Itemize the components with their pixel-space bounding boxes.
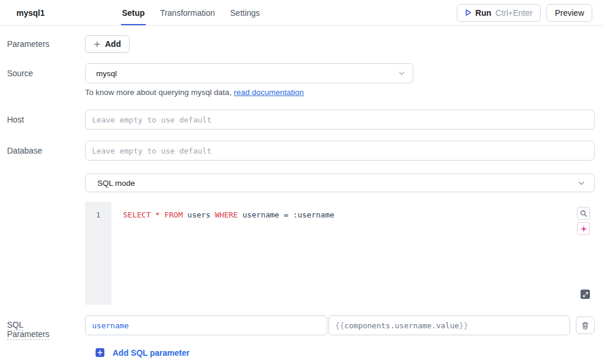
code-token: WHERE [215,210,238,219]
host-row: Host [7,110,595,130]
expand-editor-button[interactable] [581,290,590,299]
tab-settings[interactable]: Settings [229,0,262,25]
editor-row: 1 SELECT * FROM users WHERE username = :… [7,202,595,305]
database-input[interactable] [85,141,595,161]
documentation-link[interactable]: read documentation [234,88,304,97]
sql-parameter-item: {{components.username.value}} [85,315,595,335]
sql-mode-row: SQL mode [7,174,595,192]
chevron-down-icon [398,69,406,77]
parameters-label: Parameters [7,35,85,53]
sql-mode-select[interactable]: SQL mode [85,174,595,192]
preview-button[interactable]: Preview [547,4,592,22]
datasource-select[interactable]: mysql [85,63,413,83]
code-line[interactable]: SELECT * FROM users WHERE username = :us… [123,210,595,219]
add-sql-parameter-button[interactable]: Add SQL parameter [85,348,189,358]
query-title: mysql1 [16,0,121,25]
datasource-value: mysql [96,69,117,78]
binding-open-brace: {{ [335,321,345,330]
delete-parameter-button[interactable] [576,317,595,334]
sparkle-icon [580,225,588,233]
parameter-value-input[interactable]: {{components.username.value}} [328,315,571,335]
sql-parameters-row: SQL Parameters {{components.username.val… [7,315,595,339]
editor-toolbar [577,207,590,235]
search-icon [580,210,587,217]
run-shortcut: Ctrl+Enter [496,8,532,18]
tab-bar: Setup Transformation Settings [121,0,261,25]
preview-label: Preview [555,8,584,18]
code-token: SELECT [123,210,151,219]
sql-mode-value: SQL mode [97,179,135,188]
code-token: users [183,210,215,219]
add-parameter-label: Add [105,39,121,49]
header-actions: Run Ctrl+Enter Preview [457,0,592,25]
binding-expression: components.username.value [344,321,459,330]
source-row: Source mysql To know more about querying… [7,63,595,97]
host-input[interactable] [85,110,595,130]
line-number: 1 [85,210,111,219]
host-label: Host [7,110,85,130]
code-token [151,210,155,219]
source-hint: To know more about querying mysql data, … [85,88,595,97]
code-area[interactable]: SELECT * FROM users WHERE username = :us… [111,202,595,305]
code-token: * [155,210,160,219]
code-token: FROM [164,210,182,219]
source-label: Source [7,63,85,97]
parameters-row: Parameters Add [7,35,595,53]
add-sql-parameter-label: Add SQL parameter [113,348,189,358]
ai-assist-button[interactable] [577,222,590,235]
database-label: Database [7,141,85,161]
sql-editor: 1 SELECT * FROM users WHERE username = :… [85,202,595,305]
run-label: Run [476,8,491,18]
expand-icon [583,292,588,297]
database-row: Database [7,141,595,161]
search-button[interactable] [577,207,590,220]
chevron-down-icon [577,179,586,188]
sql-parameters-label: SQL Parameters [7,315,54,339]
tab-transformation[interactable]: Transformation [159,0,216,25]
setup-panel: Parameters Add Source mysql To know more… [0,35,604,358]
hint-text: To know more about querying mysql data, [85,88,232,97]
line-number-gutter: 1 [85,202,111,305]
tab-setup[interactable]: Setup [121,0,146,25]
trash-icon [581,321,589,330]
add-parameter-button[interactable]: Add [85,35,130,53]
binding-close-brace: }} [459,321,469,330]
run-button[interactable]: Run Ctrl+Enter [457,4,541,22]
code-token: username = :username [238,210,334,219]
play-icon [465,9,471,16]
plus-icon [94,41,100,47]
plus-icon [96,348,104,357]
parameter-key-input[interactable] [85,315,327,335]
header: mysql1 Setup Transformation Settings Run… [0,0,604,26]
add-sql-parameter-row: Add SQL parameter [7,347,595,358]
